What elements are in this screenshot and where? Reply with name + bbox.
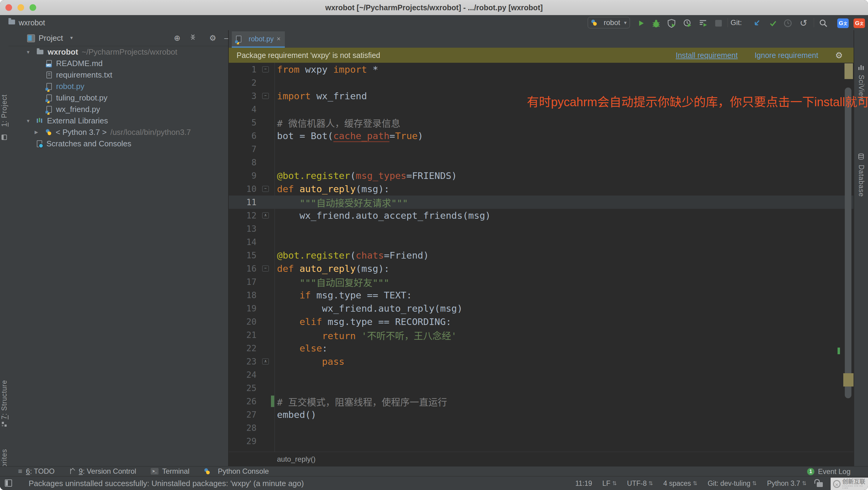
- tool-window-button-python-console[interactable]: Python Console: [204, 467, 269, 475]
- install-requirement-link[interactable]: Install requirement: [676, 51, 738, 60]
- locate-file-button[interactable]: ⊕: [172, 30, 183, 46]
- settings-button[interactable]: ⚙: [207, 30, 218, 46]
- translate-plugin-button-2[interactable]: G文: [853, 18, 866, 28]
- tool-window-button---todo[interactable]: ≡6: TODO: [18, 467, 55, 475]
- run-configuration-select[interactable]: robot ▾: [588, 17, 630, 28]
- tree-item[interactable]: ▼wxrobot~/PycharmProjects/wxrobot: [8, 46, 228, 58]
- fold-marker-icon[interactable]: ∧: [262, 212, 269, 219]
- line-number[interactable]: 12: [229, 211, 256, 221]
- code-line[interactable]: 10−def auto_reply(msg):: [229, 182, 854, 196]
- line-number[interactable]: 15: [229, 251, 256, 260]
- code-line[interactable]: 23∧ pass: [229, 355, 854, 368]
- status-widget-python-3-7[interactable]: Python 3.7⇅: [767, 480, 807, 488]
- line-number[interactable]: 4: [229, 105, 256, 114]
- line-number[interactable]: 10: [229, 184, 256, 194]
- project-panel-title[interactable]: Project: [38, 30, 63, 46]
- close-icon[interactable]: ×: [277, 35, 281, 43]
- code-line[interactable]: 2: [229, 76, 854, 89]
- run-with-coverage-button[interactable]: [666, 18, 677, 28]
- tree-item[interactable]: robot.py: [8, 81, 228, 92]
- line-number[interactable]: 27: [229, 410, 256, 420]
- tree-item[interactable]: ▶< Python 3.7 >/usr/local/bin/python3.7: [8, 126, 228, 138]
- code-editor[interactable]: 1−from wxpy import *23−import wx_friend4…: [229, 63, 854, 452]
- editor-scrollbar[interactable]: [845, 87, 851, 398]
- breadcrumb-bar[interactable]: auto_reply(): [229, 452, 854, 466]
- tree-item[interactable]: requirements.txt: [8, 69, 228, 81]
- line-number[interactable]: 13: [229, 224, 256, 234]
- status-widget-lf[interactable]: LF⇅: [602, 480, 617, 488]
- code-line[interactable]: 17 """自动回复好友""": [229, 275, 854, 288]
- status-widget-11-19[interactable]: 11:19: [575, 480, 592, 488]
- tool-window-toggle-icon[interactable]: [5, 480, 12, 487]
- line-number[interactable]: 29: [229, 436, 256, 446]
- chevron-down-icon[interactable]: ▾: [70, 30, 73, 46]
- code-line[interactable]: 14: [229, 235, 854, 249]
- tree-expand-icon[interactable]: ▼: [26, 118, 37, 123]
- run-concurrency-button[interactable]: [698, 18, 708, 28]
- tree-expand-icon[interactable]: ▶: [35, 129, 45, 135]
- debug-button[interactable]: [651, 18, 661, 28]
- status-widget-git--dev-tuling[interactable]: Git: dev-tuling⇅: [708, 480, 757, 488]
- status-widget-utf-8[interactable]: UTF-8⇅: [627, 480, 653, 488]
- code-line[interactable]: 5# 微信机器人，缓存登录信息: [229, 116, 854, 129]
- code-line[interactable]: 24: [229, 368, 854, 381]
- tool-window-button-terminal[interactable]: >_Terminal: [151, 467, 190, 475]
- code-line[interactable]: 13: [229, 222, 854, 235]
- line-number[interactable]: 20: [229, 317, 256, 327]
- line-number[interactable]: 2: [229, 78, 256, 88]
- line-number[interactable]: 22: [229, 343, 256, 353]
- unlock-icon[interactable]: [817, 482, 823, 487]
- tool-button-database[interactable]: Database: [857, 165, 865, 230]
- tree-expand-icon[interactable]: ▼: [26, 50, 37, 55]
- line-number[interactable]: 11: [229, 197, 256, 207]
- fold-marker-icon[interactable]: ∧: [262, 358, 269, 365]
- line-number[interactable]: 25: [229, 383, 256, 393]
- git-history-button[interactable]: [783, 18, 793, 28]
- line-number[interactable]: 5: [229, 118, 256, 127]
- line-number[interactable]: 1: [229, 64, 256, 75]
- tree-item[interactable]: Scratches and Consoles: [8, 138, 228, 149]
- line-number[interactable]: 17: [229, 277, 256, 287]
- code-line[interactable]: 9@bot.register(msg_types=FRIENDS): [229, 169, 854, 182]
- change-stripe-mark[interactable]: [838, 348, 840, 354]
- code-line[interactable]: 12∧ wx_friend.auto_accept_friends(msg): [229, 209, 854, 222]
- code-line[interactable]: 19 wx_friend.auto_reply(msg): [229, 302, 854, 315]
- breadcrumb[interactable]: wxrobot: [19, 15, 45, 30]
- line-number[interactable]: 7: [229, 144, 256, 154]
- code-line[interactable]: 15@bot.register(chats=Friend): [229, 249, 854, 262]
- line-number[interactable]: 16: [229, 264, 256, 273]
- code-line[interactable]: 27embed(): [229, 408, 854, 421]
- git-commit-button[interactable]: [768, 18, 778, 28]
- error-stripe-mark[interactable]: [844, 63, 853, 79]
- code-line[interactable]: 29: [229, 434, 854, 448]
- code-line[interactable]: 25: [229, 381, 854, 395]
- line-number[interactable]: 9: [229, 171, 256, 181]
- ignore-requirement-link[interactable]: Ignore requirement: [755, 51, 818, 60]
- code-line[interactable]: 22 else:: [229, 342, 854, 355]
- code-line[interactable]: 6bot = Bot(cache_path=True): [229, 129, 854, 142]
- run-button[interactable]: [636, 18, 646, 28]
- stop-button[interactable]: [713, 18, 724, 28]
- tree-item[interactable]: wx_friend.py: [8, 104, 228, 115]
- line-number[interactable]: 28: [229, 423, 256, 433]
- line-number[interactable]: 26: [229, 397, 256, 406]
- profile-button[interactable]: [682, 18, 692, 28]
- fold-marker-icon[interactable]: −: [262, 186, 269, 192]
- gear-icon[interactable]: ⚙: [835, 50, 843, 60]
- tree-item[interactable]: ▼External Libraries: [8, 115, 228, 126]
- error-stripe-mark[interactable]: [843, 373, 854, 386]
- tool-button-project[interactable]: 1: Project: [0, 63, 8, 127]
- code-line[interactable]: 26# 互交模式，阻塞线程，使程序一直运行: [229, 395, 854, 408]
- status-widget-4-spaces[interactable]: 4 spaces⇅: [663, 480, 698, 488]
- event-log-button[interactable]: 1 Event Log: [807, 466, 850, 477]
- tree-item[interactable]: README.md: [8, 58, 228, 69]
- line-number[interactable]: 14: [229, 237, 256, 247]
- code-line[interactable]: 7: [229, 142, 854, 156]
- code-line[interactable]: 8: [229, 156, 854, 169]
- collapse-all-button[interactable]: [187, 30, 198, 46]
- line-number[interactable]: 6: [229, 131, 256, 141]
- translate-plugin-button[interactable]: G文: [837, 18, 849, 28]
- fold-marker-icon[interactable]: −: [262, 66, 269, 73]
- code-line[interactable]: 18 if msg.type == TEXT:: [229, 288, 854, 302]
- line-number[interactable]: 3: [229, 91, 256, 101]
